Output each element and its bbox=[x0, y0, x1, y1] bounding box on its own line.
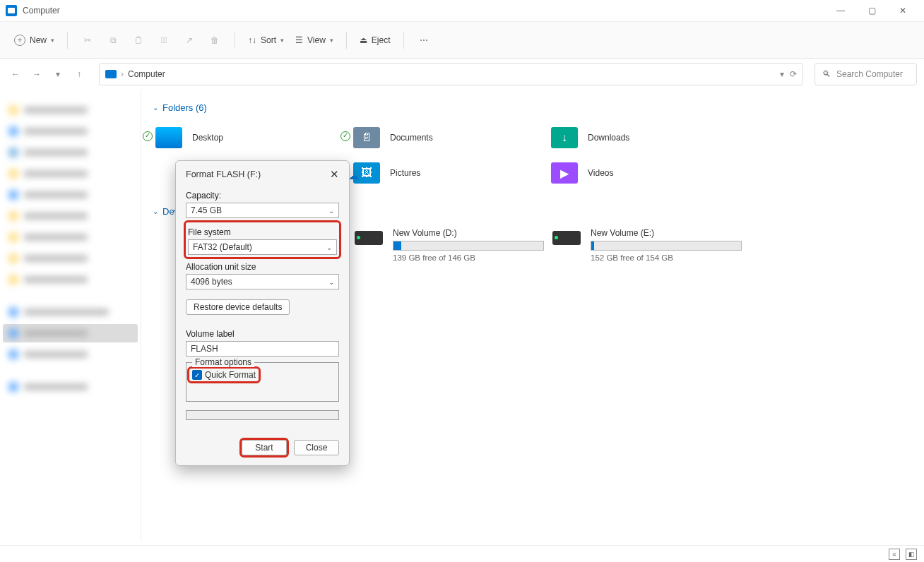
chevron-down-icon: ⌄ bbox=[326, 244, 332, 251]
folder-desktop[interactable]: Desktop bbox=[153, 120, 350, 155]
folders-section-header[interactable]: ⌄ Folders (6) bbox=[153, 102, 913, 113]
sidebar bbox=[0, 90, 141, 541]
dialog-close-button[interactable]: ✕ bbox=[330, 168, 339, 181]
view-thumbnails-button[interactable]: ◧ bbox=[906, 549, 917, 560]
capacity-select[interactable]: 7.45 GB⌄ bbox=[186, 203, 339, 218]
copy-icon: ⧉ bbox=[110, 35, 117, 45]
navbar: ← → ▾ ↑ › Computer ▾ ⟳ 🔍︎ Search Compute… bbox=[0, 59, 924, 90]
folder-documents[interactable]: 📄︎ Documents bbox=[350, 120, 548, 155]
drive-d[interactable]: New Volume (D:) 139 GB free of 146 GB bbox=[350, 224, 548, 266]
drive-icon bbox=[355, 231, 383, 245]
new-button[interactable]: + New ▾ bbox=[10, 29, 59, 52]
allocation-label: Allocation unit size bbox=[186, 262, 339, 272]
minimize-button[interactable]: ― bbox=[825, 0, 856, 21]
cloud-icon: ☁ bbox=[348, 169, 359, 182]
cut-button[interactable]: ✂ bbox=[76, 29, 99, 52]
titlebar: Computer ― ▢ ✕ bbox=[0, 0, 924, 21]
close-window-button[interactable]: ✕ bbox=[887, 0, 918, 21]
breadcrumb[interactable]: › Computer ▾ ⟳ bbox=[99, 63, 803, 85]
view-button[interactable]: ☰ View ▾ bbox=[291, 29, 338, 52]
trash-icon: 🗑︎ bbox=[211, 35, 219, 45]
status-bar: ≡ ◧ bbox=[0, 545, 924, 562]
volume-label-label: Volume label bbox=[186, 329, 339, 339]
sort-icon: ↑↓ bbox=[248, 35, 256, 45]
format-options-group: Format options ✓ Quick Format bbox=[186, 362, 339, 402]
maximize-button[interactable]: ▢ bbox=[856, 0, 887, 21]
chevron-down-icon: ⌄ bbox=[328, 278, 334, 286]
capacity-label: Capacity: bbox=[186, 191, 339, 201]
chevron-down-icon: ⌄ bbox=[153, 104, 158, 112]
share-button[interactable]: ↗ bbox=[178, 29, 201, 52]
chevron-down-icon: ⌄ bbox=[153, 208, 158, 215]
chevron-down-icon: ▾ bbox=[280, 37, 284, 44]
file-system-select[interactable]: FAT32 (Default)⌄ bbox=[188, 239, 337, 255]
allocation-select[interactable]: 4096 bytes⌄ bbox=[186, 274, 339, 289]
close-button[interactable]: Close bbox=[294, 440, 339, 455]
format-dialog: Format FLASH (F:) ✕ Capacity: 7.45 GB⌄ F… bbox=[175, 160, 350, 466]
documents-icon: 📄︎ bbox=[353, 127, 380, 148]
eject-button[interactable]: ⏏ Eject bbox=[355, 29, 395, 52]
sync-icon bbox=[340, 131, 350, 141]
chevron-down-icon: ▾ bbox=[51, 37, 54, 44]
refresh-button[interactable]: ⟳ bbox=[790, 69, 797, 79]
folder-videos[interactable]: ▶ Videos bbox=[548, 155, 746, 191]
delete-button[interactable]: 🗑︎ bbox=[203, 29, 226, 52]
toolbar: + New ▾ ✂ ⧉ 📋︎ ✎⃞ ↗ 🗑︎ ↑↓ Sort ▾ ☰ View … bbox=[0, 21, 924, 59]
drive-icon bbox=[552, 231, 581, 245]
back-button[interactable]: ← bbox=[7, 66, 24, 83]
scissors-icon: ✂ bbox=[84, 35, 91, 45]
dialog-title: Format FLASH (F:) bbox=[186, 169, 261, 179]
file-system-highlight: File system FAT32 (Default)⌄ bbox=[184, 220, 341, 259]
chevron-down-icon: ⌄ bbox=[328, 207, 334, 215]
app-icon bbox=[6, 5, 17, 16]
file-system-label: File system bbox=[188, 227, 337, 237]
sync-icon bbox=[143, 131, 153, 141]
storage-bar bbox=[591, 241, 742, 251]
desktop-icon bbox=[155, 127, 182, 148]
quick-format-checkbox[interactable]: ✓ Quick Format bbox=[189, 369, 259, 381]
clipboard-icon: 📋︎ bbox=[134, 35, 143, 45]
folder-pictures[interactable]: ☁ 🖼︎ Pictures bbox=[350, 155, 548, 191]
start-button[interactable]: Start bbox=[242, 440, 287, 455]
forward-button[interactable]: → bbox=[28, 66, 45, 83]
chevron-down-icon[interactable]: ▾ bbox=[780, 69, 784, 79]
storage-bar bbox=[393, 241, 544, 251]
chevron-down-icon: ▾ bbox=[330, 37, 333, 44]
sort-button[interactable]: ↑↓ Sort ▾ bbox=[244, 29, 288, 52]
drive-e[interactable]: New Volume (E:) 152 GB free of 154 GB bbox=[548, 224, 746, 266]
volume-label-input[interactable]: FLASH bbox=[186, 341, 339, 357]
videos-icon: ▶ bbox=[551, 162, 578, 184]
paste-button[interactable]: 📋︎ bbox=[127, 29, 150, 52]
up-button[interactable]: ↑ bbox=[71, 66, 88, 83]
window-title: Computer bbox=[23, 6, 825, 16]
folder-downloads[interactable]: ↓ Downloads bbox=[548, 120, 746, 155]
plus-icon: + bbox=[14, 35, 25, 46]
search-input[interactable]: 🔍︎ Search Computer bbox=[815, 63, 917, 85]
view-icon: ☰ bbox=[295, 35, 303, 45]
recent-dropdown[interactable]: ▾ bbox=[49, 66, 66, 83]
checkbox-checked-icon: ✓ bbox=[192, 370, 202, 380]
format-progress bbox=[186, 410, 339, 420]
rename-button[interactable]: ✎⃞ bbox=[153, 29, 175, 52]
breadcrumb-item[interactable]: Computer bbox=[128, 69, 165, 79]
copy-button[interactable]: ⧉ bbox=[102, 29, 124, 52]
eject-icon: ⏏ bbox=[360, 35, 367, 45]
more-button[interactable]: ⋯ bbox=[413, 29, 435, 52]
computer-icon bbox=[105, 70, 117, 78]
rename-icon: ✎⃞ bbox=[161, 35, 167, 45]
restore-defaults-button[interactable]: Restore device defaults bbox=[186, 299, 290, 315]
view-details-button[interactable]: ≡ bbox=[889, 549, 900, 560]
search-icon: 🔍︎ bbox=[822, 69, 831, 79]
share-icon: ↗ bbox=[186, 35, 193, 45]
downloads-icon: ↓ bbox=[551, 127, 578, 148]
more-icon: ⋯ bbox=[420, 35, 428, 45]
